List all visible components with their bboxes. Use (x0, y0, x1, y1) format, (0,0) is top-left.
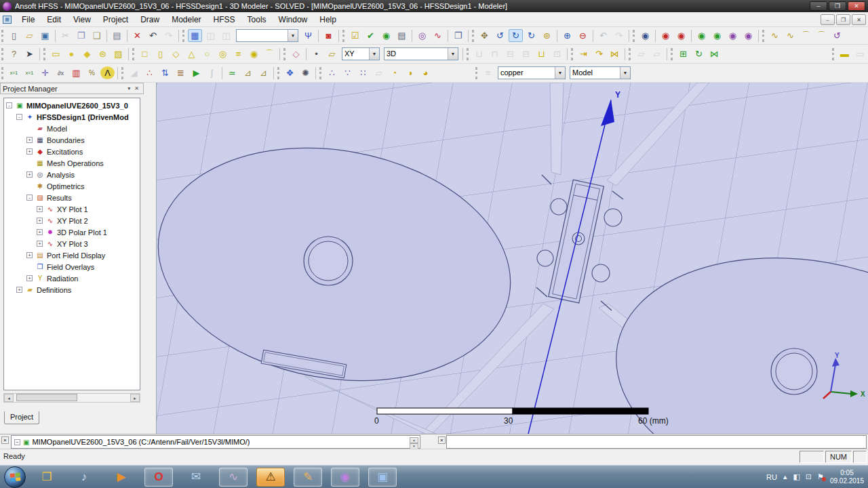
toolbar-grip[interactable] (467, 48, 470, 60)
validate-icon[interactable]: ☑ (348, 29, 362, 42)
draw-ellipse-icon[interactable]: ⊜ (96, 47, 110, 60)
boolean-subtract-icon[interactable]: ⊟ (503, 47, 517, 60)
pan-icon[interactable]: ✥ (477, 29, 492, 42)
scale-icon[interactable]: ▱ (650, 47, 664, 60)
snap-vertex-icon[interactable]: ∴ (325, 66, 339, 79)
solve-profile-icon[interactable]: ▤ (395, 29, 409, 42)
measure-position-icon[interactable]: ⊿ (241, 66, 255, 79)
redo-icon[interactable]: ↷ (161, 29, 176, 42)
toolbar-grip[interactable] (319, 67, 323, 79)
draw-helix-icon[interactable]: ≡ (231, 47, 245, 60)
scroll-left-icon[interactable]: ◂ (4, 394, 14, 402)
boolean-split-icon[interactable]: ⊟ (519, 47, 533, 60)
coordinate-rotate-icon[interactable]: ↺ (830, 29, 844, 42)
message-spinner[interactable]: ▴ ▾ (410, 437, 418, 449)
boolean-imprint-icon[interactable]: ⊡ (550, 47, 564, 60)
quick-combo[interactable]: ▼ (236, 29, 298, 42)
create-report-icon[interactable]: ∿ (431, 29, 445, 42)
combo-dropdown-icon[interactable]: ▼ (555, 67, 565, 79)
expand-icon[interactable]: + (37, 229, 43, 235)
select-window-help-icon[interactable]: ? (7, 47, 21, 60)
plane-combo[interactable]: XY▼ (342, 47, 380, 60)
save-tool-button[interactable]: ▣ (368, 468, 397, 487)
uncover-faces-icon[interactable]: ▭ (853, 47, 867, 60)
tree-item[interactable]: +▦Boundaries (4, 134, 140, 146)
expand-icon[interactable]: + (26, 137, 33, 143)
draw-torus-icon[interactable]: ◎ (216, 47, 230, 60)
toolbar-grip[interactable] (633, 30, 636, 42)
combo-dropdown-icon[interactable]: ▼ (369, 48, 379, 60)
zoom-dynamic-icon[interactable]: ⊚ (540, 29, 554, 42)
toolbar-grip[interactable] (762, 30, 766, 42)
copy-image-icon[interactable]: ❐ (451, 29, 465, 42)
print-icon[interactable]: ▤ (110, 29, 124, 42)
opera-button[interactable]: O (144, 468, 173, 487)
menu-tools[interactable]: Tools (241, 13, 273, 26)
expand-icon[interactable]: + (26, 171, 33, 178)
zoom-in-icon[interactable]: ⊕ (560, 29, 574, 42)
child-window-icon[interactable]: ▦ (3, 16, 12, 24)
draw-region-icon[interactable]: ▨ (111, 47, 125, 60)
progress-field[interactable] (446, 435, 867, 449)
language-indicator[interactable]: RU (766, 473, 777, 481)
solver-stack-icon[interactable]: ≃ (225, 66, 239, 79)
expand-icon[interactable]: + (37, 241, 43, 247)
rotate-model-icon[interactable]: ↺ (493, 29, 507, 42)
toolbar-grip[interactable] (832, 48, 835, 60)
media-player-button[interactable]: ▶ (107, 468, 136, 487)
rotate-icon[interactable]: ↷ (592, 47, 606, 60)
toolbar-grip[interactable] (1, 30, 5, 42)
rotate-view-icon[interactable]: ↻ (509, 29, 523, 42)
datasets-icon[interactable]: ▥ (69, 66, 83, 79)
natural-curve-icon[interactable]: ∿ (783, 29, 797, 42)
tree-item[interactable]: ❐Field Overlays (4, 261, 140, 272)
draw-spiral-icon[interactable]: ◉ (247, 47, 261, 60)
duplicate-around-axis-icon[interactable]: ↻ (692, 47, 706, 60)
toolbar-grip[interactable] (283, 48, 287, 60)
model-combo[interactable]: Model▼ (570, 66, 631, 79)
offset-icon[interactable]: ▱ (634, 47, 648, 60)
tree-item[interactable]: ▰Model (4, 123, 140, 134)
connector-pin-circle[interactable] (592, 264, 610, 282)
combo-dropdown-icon[interactable]: ▼ (288, 30, 298, 41)
analyze-all-icon[interactable]: ◉ (379, 29, 393, 42)
tree-item[interactable]: +◆Excitations (4, 146, 140, 157)
toolbar-grip[interactable] (182, 30, 186, 42)
antenna-parameters-icon[interactable]: ✺ (298, 66, 313, 79)
browse-solutions-icon[interactable]: ◎ (415, 29, 429, 42)
power-plug-icon[interactable]: ◧ (793, 472, 800, 481)
edit-sources-icon[interactable]: ◢ (127, 66, 141, 79)
toolbar-grip[interactable] (475, 67, 479, 79)
context-help-pointer-icon[interactable]: ➤ (22, 47, 37, 60)
toolbar-grip[interactable] (132, 48, 136, 60)
tree-item[interactable]: ✱Optimetrics (4, 180, 140, 192)
toolbar-grip[interactable] (671, 48, 674, 60)
menu-project[interactable]: Project (97, 13, 134, 26)
boolean-unite-sel-icon[interactable]: ⊔ (534, 47, 549, 60)
collapse-icon[interactable]: - (6, 102, 12, 108)
tree-item[interactable]: +▤Port Field Display (4, 249, 140, 261)
view-undo-icon[interactable]: ↶ (596, 29, 610, 42)
open-icon[interactable]: ▱ (22, 29, 37, 42)
distributed-solve-icon[interactable]: ◫ (219, 29, 233, 42)
menu-draw[interactable]: Draw (134, 13, 165, 26)
start-button[interactable] (4, 466, 26, 488)
tree-item[interactable]: +▰Definitions (4, 284, 140, 296)
boolean-unite-icon[interactable]: ⊔ (472, 47, 486, 60)
toolbar-grip[interactable] (629, 48, 632, 60)
combo-dropdown-icon[interactable]: ▼ (448, 48, 458, 60)
tree-item[interactable]: -▨Results (4, 192, 140, 203)
show-all-eye-icon[interactable]: ◉ (710, 29, 724, 42)
new-icon[interactable]: ▯ (7, 29, 21, 42)
feed-trace[interactable] (300, 373, 436, 434)
tree-item[interactable]: +✹3D Polar Plot 1 (4, 226, 140, 238)
menu-view[interactable]: View (67, 13, 97, 26)
draw-rectangle-icon[interactable]: ▭ (49, 47, 63, 60)
menu-modeler[interactable]: Modeler (165, 13, 207, 26)
duplicate-along-line-icon[interactable]: ⊞ (676, 47, 690, 60)
toolbar-grip[interactable] (342, 30, 346, 42)
collapse-icon[interactable]: − (14, 439, 20, 445)
draw-polygon-icon[interactable]: ◆ (80, 47, 94, 60)
duplicate-mirror-icon[interactable]: ⋈ (707, 47, 722, 60)
cover-faces-icon[interactable]: ▬ (837, 47, 852, 60)
